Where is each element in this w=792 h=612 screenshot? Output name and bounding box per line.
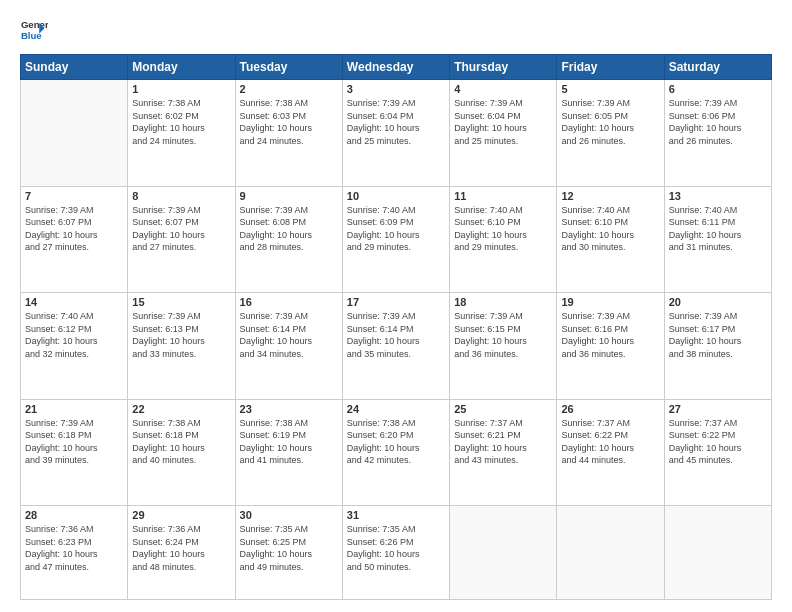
day-number: 14 — [25, 296, 123, 308]
day-cell: 15Sunrise: 7:39 AM Sunset: 6:13 PM Dayli… — [128, 293, 235, 400]
day-number: 3 — [347, 83, 445, 95]
day-info: Sunrise: 7:37 AM Sunset: 6:22 PM Dayligh… — [561, 417, 659, 467]
day-info: Sunrise: 7:39 AM Sunset: 6:08 PM Dayligh… — [240, 204, 338, 254]
day-cell: 12Sunrise: 7:40 AM Sunset: 6:10 PM Dayli… — [557, 186, 664, 293]
weekday-friday: Friday — [557, 55, 664, 80]
day-number: 7 — [25, 190, 123, 202]
day-cell: 31Sunrise: 7:35 AM Sunset: 6:26 PM Dayli… — [342, 506, 449, 600]
day-number: 30 — [240, 509, 338, 521]
day-info: Sunrise: 7:39 AM Sunset: 6:18 PM Dayligh… — [25, 417, 123, 467]
day-cell: 2Sunrise: 7:38 AM Sunset: 6:03 PM Daylig… — [235, 80, 342, 187]
day-info: Sunrise: 7:38 AM Sunset: 6:18 PM Dayligh… — [132, 417, 230, 467]
day-info: Sunrise: 7:35 AM Sunset: 6:25 PM Dayligh… — [240, 523, 338, 573]
day-number: 28 — [25, 509, 123, 521]
day-cell — [557, 506, 664, 600]
week-row-1: 7Sunrise: 7:39 AM Sunset: 6:07 PM Daylig… — [21, 186, 772, 293]
day-cell: 22Sunrise: 7:38 AM Sunset: 6:18 PM Dayli… — [128, 399, 235, 506]
day-number: 23 — [240, 403, 338, 415]
day-cell: 4Sunrise: 7:39 AM Sunset: 6:04 PM Daylig… — [450, 80, 557, 187]
day-cell — [450, 506, 557, 600]
day-info: Sunrise: 7:36 AM Sunset: 6:23 PM Dayligh… — [25, 523, 123, 573]
day-cell: 8Sunrise: 7:39 AM Sunset: 6:07 PM Daylig… — [128, 186, 235, 293]
day-number: 8 — [132, 190, 230, 202]
day-number: 16 — [240, 296, 338, 308]
day-info: Sunrise: 7:35 AM Sunset: 6:26 PM Dayligh… — [347, 523, 445, 573]
day-info: Sunrise: 7:39 AM Sunset: 6:04 PM Dayligh… — [347, 97, 445, 147]
day-number: 13 — [669, 190, 767, 202]
weekday-saturday: Saturday — [664, 55, 771, 80]
header: General Blue — [20, 16, 772, 44]
day-number: 22 — [132, 403, 230, 415]
day-cell: 29Sunrise: 7:36 AM Sunset: 6:24 PM Dayli… — [128, 506, 235, 600]
day-info: Sunrise: 7:39 AM Sunset: 6:06 PM Dayligh… — [669, 97, 767, 147]
week-row-3: 21Sunrise: 7:39 AM Sunset: 6:18 PM Dayli… — [21, 399, 772, 506]
day-cell: 13Sunrise: 7:40 AM Sunset: 6:11 PM Dayli… — [664, 186, 771, 293]
day-info: Sunrise: 7:38 AM Sunset: 6:19 PM Dayligh… — [240, 417, 338, 467]
day-info: Sunrise: 7:40 AM Sunset: 6:11 PM Dayligh… — [669, 204, 767, 254]
day-number: 19 — [561, 296, 659, 308]
day-number: 25 — [454, 403, 552, 415]
day-info: Sunrise: 7:40 AM Sunset: 6:10 PM Dayligh… — [454, 204, 552, 254]
day-cell: 10Sunrise: 7:40 AM Sunset: 6:09 PM Dayli… — [342, 186, 449, 293]
calendar-table: SundayMondayTuesdayWednesdayThursdayFrid… — [20, 54, 772, 600]
day-number: 2 — [240, 83, 338, 95]
day-info: Sunrise: 7:39 AM Sunset: 6:13 PM Dayligh… — [132, 310, 230, 360]
weekday-header-row: SundayMondayTuesdayWednesdayThursdayFrid… — [21, 55, 772, 80]
week-row-4: 28Sunrise: 7:36 AM Sunset: 6:23 PM Dayli… — [21, 506, 772, 600]
day-info: Sunrise: 7:37 AM Sunset: 6:22 PM Dayligh… — [669, 417, 767, 467]
day-info: Sunrise: 7:39 AM Sunset: 6:17 PM Dayligh… — [669, 310, 767, 360]
day-number: 17 — [347, 296, 445, 308]
day-number: 12 — [561, 190, 659, 202]
day-info: Sunrise: 7:38 AM Sunset: 6:20 PM Dayligh… — [347, 417, 445, 467]
weekday-wednesday: Wednesday — [342, 55, 449, 80]
weekday-sunday: Sunday — [21, 55, 128, 80]
day-number: 5 — [561, 83, 659, 95]
day-number: 1 — [132, 83, 230, 95]
day-cell: 19Sunrise: 7:39 AM Sunset: 6:16 PM Dayli… — [557, 293, 664, 400]
day-cell: 27Sunrise: 7:37 AM Sunset: 6:22 PM Dayli… — [664, 399, 771, 506]
day-info: Sunrise: 7:37 AM Sunset: 6:21 PM Dayligh… — [454, 417, 552, 467]
day-cell: 18Sunrise: 7:39 AM Sunset: 6:15 PM Dayli… — [450, 293, 557, 400]
day-cell: 25Sunrise: 7:37 AM Sunset: 6:21 PM Dayli… — [450, 399, 557, 506]
day-info: Sunrise: 7:39 AM Sunset: 6:04 PM Dayligh… — [454, 97, 552, 147]
day-number: 24 — [347, 403, 445, 415]
day-number: 10 — [347, 190, 445, 202]
day-info: Sunrise: 7:39 AM Sunset: 6:14 PM Dayligh… — [240, 310, 338, 360]
day-number: 21 — [25, 403, 123, 415]
day-cell: 3Sunrise: 7:39 AM Sunset: 6:04 PM Daylig… — [342, 80, 449, 187]
day-cell: 9Sunrise: 7:39 AM Sunset: 6:08 PM Daylig… — [235, 186, 342, 293]
day-number: 18 — [454, 296, 552, 308]
day-info: Sunrise: 7:39 AM Sunset: 6:14 PM Dayligh… — [347, 310, 445, 360]
day-number: 20 — [669, 296, 767, 308]
day-info: Sunrise: 7:38 AM Sunset: 6:02 PM Dayligh… — [132, 97, 230, 147]
day-cell: 1Sunrise: 7:38 AM Sunset: 6:02 PM Daylig… — [128, 80, 235, 187]
day-number: 15 — [132, 296, 230, 308]
day-cell: 26Sunrise: 7:37 AM Sunset: 6:22 PM Dayli… — [557, 399, 664, 506]
day-number: 29 — [132, 509, 230, 521]
day-cell: 17Sunrise: 7:39 AM Sunset: 6:14 PM Dayli… — [342, 293, 449, 400]
day-info: Sunrise: 7:39 AM Sunset: 6:16 PM Dayligh… — [561, 310, 659, 360]
week-row-2: 14Sunrise: 7:40 AM Sunset: 6:12 PM Dayli… — [21, 293, 772, 400]
day-cell: 30Sunrise: 7:35 AM Sunset: 6:25 PM Dayli… — [235, 506, 342, 600]
calendar-page: General Blue SundayMondayTuesdayWednesda… — [0, 0, 792, 612]
day-number: 27 — [669, 403, 767, 415]
day-info: Sunrise: 7:40 AM Sunset: 6:10 PM Dayligh… — [561, 204, 659, 254]
day-number: 31 — [347, 509, 445, 521]
day-number: 6 — [669, 83, 767, 95]
day-cell: 11Sunrise: 7:40 AM Sunset: 6:10 PM Dayli… — [450, 186, 557, 293]
day-number: 9 — [240, 190, 338, 202]
svg-text:Blue: Blue — [21, 30, 42, 41]
day-number: 11 — [454, 190, 552, 202]
week-row-0: 1Sunrise: 7:38 AM Sunset: 6:02 PM Daylig… — [21, 80, 772, 187]
day-cell: 16Sunrise: 7:39 AM Sunset: 6:14 PM Dayli… — [235, 293, 342, 400]
weekday-thursday: Thursday — [450, 55, 557, 80]
day-number: 4 — [454, 83, 552, 95]
weekday-monday: Monday — [128, 55, 235, 80]
day-info: Sunrise: 7:40 AM Sunset: 6:12 PM Dayligh… — [25, 310, 123, 360]
day-info: Sunrise: 7:40 AM Sunset: 6:09 PM Dayligh… — [347, 204, 445, 254]
day-cell — [21, 80, 128, 187]
day-cell: 28Sunrise: 7:36 AM Sunset: 6:23 PM Dayli… — [21, 506, 128, 600]
day-cell: 5Sunrise: 7:39 AM Sunset: 6:05 PM Daylig… — [557, 80, 664, 187]
day-info: Sunrise: 7:38 AM Sunset: 6:03 PM Dayligh… — [240, 97, 338, 147]
day-cell: 21Sunrise: 7:39 AM Sunset: 6:18 PM Dayli… — [21, 399, 128, 506]
